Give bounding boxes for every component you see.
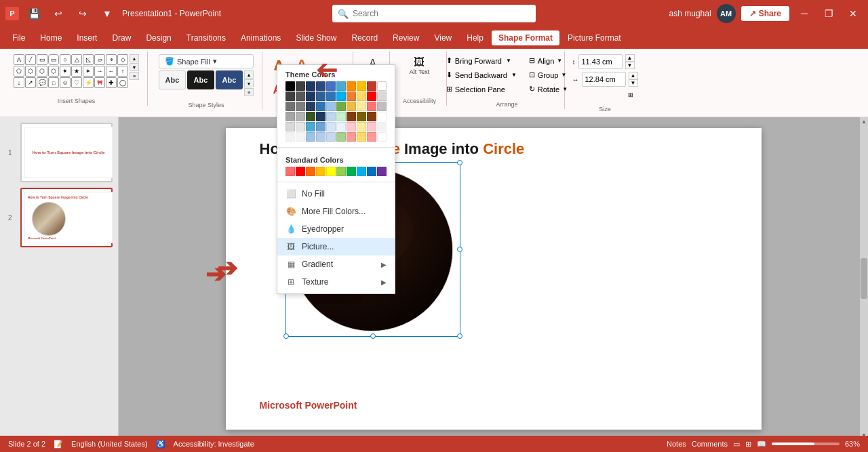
shade-1-4[interactable] — [316, 91, 326, 101]
shade-1-1[interactable] — [285, 91, 295, 101]
color-orange1[interactable] — [347, 81, 356, 91]
search-input[interactable] — [353, 9, 522, 18]
shape-pentagon[interactable]: ⬠ — [14, 66, 24, 77]
shape-fill-button[interactable]: 🪣 Shape Fill ▾ — [159, 54, 254, 68]
share-button[interactable]: ↗ Share — [741, 6, 789, 21]
width-increment[interactable]: ▲ — [629, 72, 638, 79]
shape-heptagon[interactable]: ⬡ — [37, 66, 47, 77]
bring-forward-button[interactable]: ⬆ Bring Forward ▼ — [441, 54, 521, 67]
style-box-1[interactable]: Abc — [159, 70, 186, 89]
shade-2-1[interactable] — [285, 102, 295, 111]
handle-br[interactable] — [457, 333, 462, 339]
eyedropper-item[interactable]: 💧 Eyedropper — [277, 220, 395, 238]
shape-isoceles-triangle[interactable]: △ — [71, 54, 82, 65]
menu-slide-show[interactable]: Slide Show — [289, 30, 343, 45]
slide-thumb-2[interactable]: 2 How to Turn Square Image into Circle M… — [20, 188, 113, 247]
shape-diamond[interactable]: ◇ — [117, 54, 128, 65]
shade-4-6[interactable] — [336, 122, 346, 131]
shape-rect-callout[interactable]: □ — [48, 77, 59, 88]
shape-star4[interactable]: ✦ — [60, 66, 71, 77]
menu-transitions[interactable]: Transitions — [180, 30, 233, 45]
selection-pane-button[interactable]: ⊞ Selection Pane — [441, 83, 521, 96]
shade-3-5[interactable] — [326, 112, 336, 121]
vertical-scrollbar[interactable]: ▲ ▼ — [860, 117, 868, 440]
shape-line[interactable]: ╱ — [25, 54, 36, 65]
shape-callout[interactable]: 💬 — [37, 77, 47, 88]
std-color-9[interactable] — [367, 167, 376, 176]
color-black[interactable] — [285, 81, 295, 91]
shape-ribbon[interactable]: 🎀 — [94, 77, 105, 88]
shade-2-5[interactable] — [326, 102, 336, 111]
restore-button[interactable]: ❐ — [819, 4, 838, 23]
height-input[interactable] — [578, 54, 623, 69]
menu-home[interactable]: Home — [33, 30, 68, 45]
shape-hexagon[interactable]: ⬡ — [25, 66, 36, 77]
shade-5-3[interactable] — [306, 132, 315, 142]
shape-oval[interactable]: ○ — [60, 54, 71, 65]
std-color-7[interactable] — [347, 167, 356, 176]
shade-5-8[interactable] — [357, 132, 366, 142]
menu-draw[interactable]: Draw — [105, 30, 138, 45]
zoom-slider[interactable] — [772, 443, 840, 445]
shade-5-7[interactable] — [347, 132, 356, 142]
std-color-1[interactable] — [285, 167, 295, 176]
shade-1-3[interactable] — [306, 91, 315, 101]
scroll-down-button[interactable]: ▼ — [130, 63, 139, 71]
shade-4-3[interactable] — [306, 122, 315, 131]
color-navy[interactable] — [306, 81, 315, 91]
shade-3-4[interactable] — [316, 112, 326, 121]
color-white[interactable] — [377, 81, 387, 91]
shade-1-7[interactable] — [347, 91, 356, 101]
std-color-6[interactable] — [336, 167, 346, 176]
shade-2-6[interactable] — [336, 102, 346, 111]
shade-2-8[interactable] — [357, 102, 366, 111]
menu-shape-format[interactable]: Shape Format — [492, 30, 559, 45]
shade-4-8[interactable] — [357, 122, 366, 131]
shade-3-2[interactable] — [296, 112, 305, 121]
align-button[interactable]: ⊟ Align ▼ — [524, 54, 572, 67]
view-slideshow-icon[interactable]: ⊞ — [745, 440, 751, 449]
menu-animations[interactable]: Animations — [234, 30, 288, 45]
style-box-2[interactable]: Abc — [187, 70, 214, 89]
search-box[interactable]: 🔍 — [332, 5, 536, 22]
style-scroll-up[interactable]: ▲ — [244, 70, 254, 79]
shade-1-6[interactable] — [336, 91, 346, 101]
width-input[interactable] — [582, 72, 626, 87]
handle-tr[interactable] — [457, 160, 462, 165]
rotate-button[interactable]: ↻ Rotate ▼ — [524, 83, 572, 96]
expand-size-button[interactable]: ⊞ — [572, 89, 638, 100]
menu-view[interactable]: View — [427, 30, 458, 45]
menu-review[interactable]: Review — [386, 30, 426, 45]
close-button[interactable]: ✕ — [844, 4, 863, 23]
width-decrement[interactable]: ▼ — [629, 79, 638, 87]
color-blue[interactable] — [326, 81, 336, 91]
shade-3-1[interactable] — [285, 112, 295, 121]
shade-2-9[interactable] — [367, 102, 376, 111]
height-decrement[interactable]: ▼ — [625, 62, 635, 69]
shade-2-10[interactable] — [377, 102, 387, 111]
picture-item[interactable]: 🖼 Picture... — [277, 238, 395, 255]
customize-qat-button[interactable]: ▼ — [98, 4, 117, 23]
shape-trapezoid[interactable]: ⌖ — [106, 54, 117, 65]
color-dark-gray[interactable] — [296, 81, 305, 91]
shape-rounded-rect[interactable]: ▭ — [48, 54, 59, 65]
shade-4-2[interactable] — [296, 122, 305, 131]
shade-3-6[interactable] — [336, 112, 346, 121]
gradient-item[interactable]: ▦ Gradient ▶ — [277, 255, 395, 273]
slide-thumb-1[interactable]: 1 How to Turn Square Image into Circle — [20, 123, 113, 182]
more-fill-colors-item[interactable]: 🎨 More Fill Colors... — [277, 203, 395, 220]
shade-2-7[interactable] — [347, 102, 356, 111]
shade-2-2[interactable] — [296, 102, 305, 111]
shade-3-10[interactable] — [377, 112, 387, 121]
shape-arrow-left[interactable]: ← — [106, 66, 117, 77]
texture-item[interactable]: ⊞ Texture ▶ — [277, 273, 395, 291]
shape-lightning[interactable]: ⚡ — [83, 77, 94, 88]
shade-5-6[interactable] — [336, 132, 346, 142]
shade-4-1[interactable] — [285, 122, 295, 131]
shape-parallelogram[interactable]: ▱ — [94, 54, 105, 65]
notes-button[interactable]: Notes — [667, 440, 686, 448]
std-color-3[interactable] — [306, 167, 315, 176]
comments-button[interactable]: Comments — [692, 440, 728, 448]
shape-curved-arrow[interactable]: ↗ — [25, 77, 36, 88]
std-color-4[interactable] — [316, 167, 326, 176]
